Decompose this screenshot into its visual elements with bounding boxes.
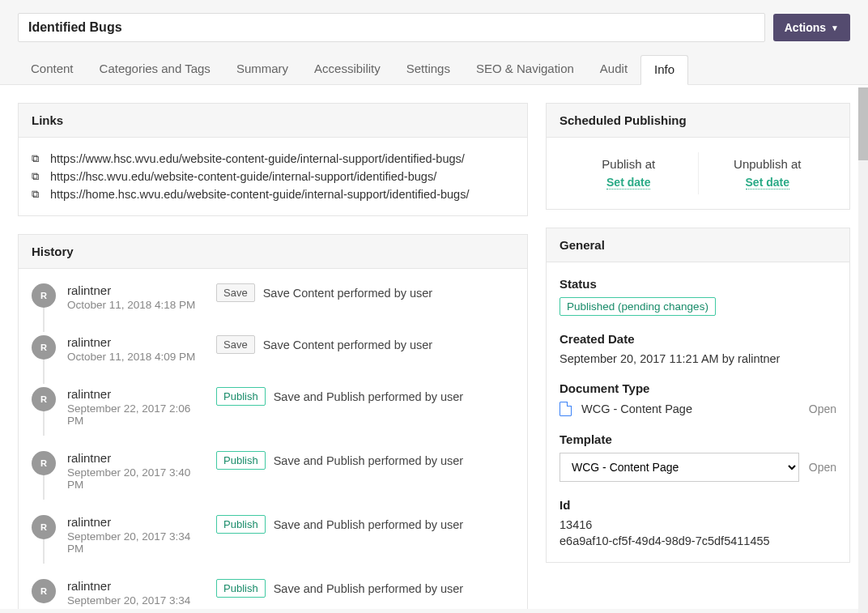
history-description: Save Content performed by user [263,338,433,351]
user-avatar: R [32,283,56,308]
history-panel-header: History [19,235,527,269]
general-panel: General Status Published (pending change… [546,228,850,563]
link-row[interactable]: ⧉https://hsc.wvu.edu/website-content-gui… [32,170,514,183]
actions-button-label: Actions [785,21,826,34]
status-label: Status [560,277,836,291]
history-user: ralintner [67,283,205,297]
status-badge: Published (pending changes) [560,297,716,316]
history-description: Save and Publish performed by user [274,390,464,403]
left-column: Links ⧉https://www.hsc.wvu.edu/website-c… [18,103,528,591]
history-panel-body: RralintnerOctober 11, 2018 4:18 PMSaveSa… [19,269,527,609]
links-panel-body: ⧉https://www.hsc.wvu.edu/website-content… [19,138,527,215]
tab-settings[interactable]: Settings [394,55,463,84]
publish-at-col: Publish at Set date [560,152,699,194]
user-avatar: R [32,387,56,411]
unpublish-set-date-link[interactable]: Set date [746,176,789,189]
user-avatar: R [32,579,56,603]
history-date: October 11, 2018 4:09 PM [67,351,205,363]
history-item: RralintnerSeptember 20, 2017 3:40 PMPubl… [32,451,514,515]
id-value: 13416 [560,518,836,531]
timeline-line [43,539,45,564]
right-column: Scheduled Publishing Publish at Set date… [546,103,850,591]
user-avatar: R [32,515,56,539]
template-row: WCG - Content Page Open [560,453,836,482]
id-section: Id 13416 e6a9af10-cf5f-49d4-98d9-7c5df54… [560,498,836,547]
history-date: September 20, 2017 3:40 PM [67,466,205,491]
action-badge: Publish [216,451,266,470]
caret-down-icon: ▼ [831,23,839,32]
link-row[interactable]: ⧉https://home.hsc.wvu.edu/website-conten… [32,188,514,201]
id-label: Id [560,498,836,512]
action-badge: Publish [216,515,266,534]
document-type-section: Document Type WCG - Content Page Open [560,381,836,416]
template-section: Template WCG - Content Page Open [560,432,836,482]
content-area: Links ⧉https://www.hsc.wvu.edu/website-c… [0,85,868,609]
document-type-label: Document Type [560,381,836,395]
history-description: Save and Publish performed by user [274,582,464,595]
tab-audit[interactable]: Audit [587,55,640,84]
timeline-line [43,475,45,500]
document-type-open-link[interactable]: Open [809,402,836,415]
external-link-icon: ⧉ [32,152,44,165]
scrollbar[interactable] [858,87,868,613]
created-date-section: Created Date September 20, 2017 11:21 AM… [560,332,836,365]
history-date: September 20, 2017 3:34 PM [67,530,205,555]
history-user: ralintner [67,335,205,349]
created-date-value: September 20, 2017 11:21 AM by ralintner [560,352,836,365]
scheduled-panel-header: Scheduled Publishing [547,104,849,138]
template-label: Template [560,432,836,446]
history-item: RralintnerSeptember 22, 2017 2:06 PMPubl… [32,387,514,451]
history-user: ralintner [67,387,205,401]
document-icon [560,402,572,416]
tab-categories-and-tags[interactable]: Categories and Tags [87,55,223,84]
scrollbar-thumb[interactable] [858,87,868,160]
history-description: Save and Publish performed by user [274,518,464,531]
external-link-icon: ⧉ [32,170,44,183]
action-badge: Publish [216,387,266,406]
tab-content[interactable]: Content [18,55,87,84]
history-item: RralintnerOctober 11, 2018 4:18 PMSaveSa… [32,283,514,335]
scheduled-publishing-panel: Scheduled Publishing Publish at Set date… [546,103,850,210]
history-panel: History RralintnerOctober 11, 2018 4:18 … [18,234,528,609]
history-item: RralintnerSeptember 20, 2017 3:34 PMPubl… [32,579,514,609]
timeline-line [43,411,45,436]
tab-info[interactable]: Info [640,55,688,85]
template-open-link[interactable]: Open [809,461,836,474]
general-panel-body: Status Published (pending changes) Creat… [547,262,849,562]
history-date: October 11, 2018 4:18 PM [67,299,205,311]
action-badge: Publish [216,579,266,598]
unpublish-at-label: Unpublish at [699,157,837,171]
links-panel: Links ⧉https://www.hsc.wvu.edu/website-c… [18,103,528,216]
tab-accessibility[interactable]: Accessibility [301,55,394,84]
link-row[interactable]: ⧉https://www.hsc.wvu.edu/website-content… [32,152,514,165]
document-type-value: WCG - Content Page [581,402,692,415]
link-url: https://hsc.wvu.edu/website-content-guid… [50,170,436,183]
history-user: ralintner [67,579,205,593]
scheduled-panel-body: Publish at Set date Unpublish at Set dat… [547,138,849,209]
tab-summary[interactable]: Summary [223,55,301,84]
id-key-value: e6a9af10-cf5f-49d4-98d9-7c5df5411455 [560,534,836,547]
history-description: Save and Publish performed by user [274,454,464,467]
created-date-label: Created Date [560,332,836,346]
link-url: https://www.hsc.wvu.edu/website-content-… [50,152,465,165]
history-item: RralintnerSeptember 20, 2017 3:34 PMPubl… [32,515,514,579]
timeline-line [43,360,45,384]
publish-set-date-link[interactable]: Set date [606,176,650,189]
tabs-bar: ContentCategories and TagsSummaryAccessi… [0,42,868,85]
links-panel-header: Links [19,104,527,138]
page-title-input[interactable] [18,13,765,42]
history-date: September 22, 2017 2:06 PM [67,402,205,427]
tab-seo-navigation[interactable]: SEO & Navigation [463,55,587,84]
actions-button[interactable]: Actions ▼ [773,14,850,41]
history-user: ralintner [67,515,205,529]
history-description: Save Content performed by user [263,287,433,300]
external-link-icon: ⧉ [32,188,44,201]
history-date: September 20, 2017 3:34 PM [67,594,205,609]
document-type-row: WCG - Content Page Open [560,402,836,416]
user-avatar: R [32,335,56,360]
status-section: Status Published (pending changes) [560,277,836,316]
user-avatar: R [32,451,56,475]
topbar: Actions ▼ [0,0,868,42]
history-user: ralintner [67,451,205,465]
template-select[interactable]: WCG - Content Page [560,453,799,482]
